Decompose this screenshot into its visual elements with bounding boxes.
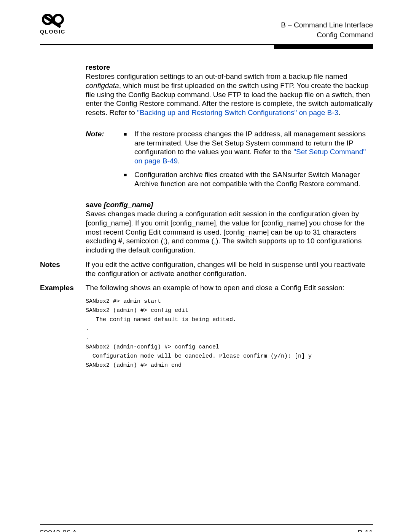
note-block: Note: ■ If the restore process changes t… [86,129,373,189]
save-heading-word: save [86,201,104,209]
footer-left: 59042-06 A [40,528,77,532]
footer-rule [40,524,373,525]
restore-text-3: . [338,109,340,117]
note-bullet-2: ■ Configuration archive files created wi… [124,170,373,189]
restore-text-1: Restores configuration settings to an ou… [86,72,347,80]
link-backing-up-restoring[interactable]: "Backing up and Restoring Switch Configu… [137,109,338,117]
qlogic-icon [41,13,64,28]
header-line-1: B – Command Line Interface [281,20,373,30]
footer-right: B-11 [358,528,373,532]
note-bullet-1-text: If the restore process changes the IP ad… [134,129,373,166]
save-hash: # [118,237,123,245]
qlogic-logo: QLOGIC [40,13,65,35]
header-text: B – Command Line Interface Config Comman… [281,13,373,40]
save-paragraph: Saves changes made during a configuratio… [86,209,373,255]
header-blackbar [274,44,373,49]
examples-row: Examples The following shows an example … [40,283,373,292]
header-line-2: Config Command [281,30,373,40]
save-text-2: , semicolon (;), and comma (,). The swit… [86,237,362,254]
notes-label: Notes [40,260,86,278]
logo-word: QLOGIC [40,29,65,35]
page-header: QLOGIC B – Command Line Interface Config… [0,0,411,40]
save-heading: save [config_name] [86,200,373,209]
notes-text: If you edit the active configuration, ch… [86,260,373,278]
restore-configdata-word: configdata [86,81,119,89]
page-footer: 59042-06 A B-11 [40,528,373,532]
restore-heading: restore [86,63,373,72]
bullet-icon: ■ [124,129,129,166]
examples-text: The following shows an example of how to… [86,283,373,292]
save-heading-arg: [config_name] [104,201,153,209]
examples-label: Examples [40,283,86,292]
bullet-icon: ■ [124,170,129,189]
notes-row: Notes If you edit the active configurati… [40,260,373,278]
note-body: ■ If the restore process changes the IP … [124,129,373,189]
page: QLOGIC B – Command Line Interface Config… [0,0,411,532]
content-area: restore Restores configuration settings … [40,63,373,370]
note-bullet-1: ■ If the restore process changes the IP … [124,129,373,166]
note-label: Note: [86,129,124,189]
restore-paragraph: Restores configuration settings to an ou… [86,72,373,117]
examples-code: SANbox2 #> admin start SANbox2 (admin) #… [86,297,373,370]
note-bullet-1-b: . [178,157,180,165]
note-bullet-2-text: Configuration archive files created with… [134,170,373,189]
